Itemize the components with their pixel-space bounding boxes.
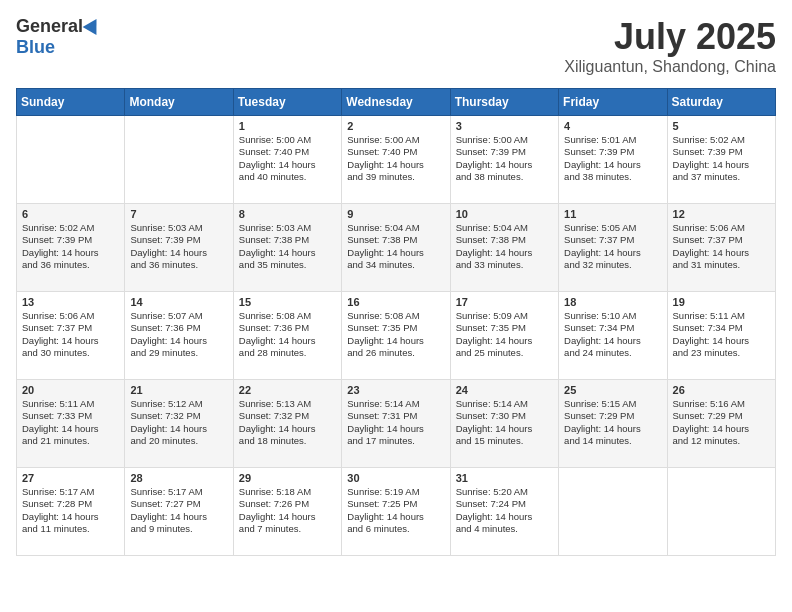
day-info-line: Sunrise: 5:18 AM <box>239 486 336 498</box>
calendar-cell: 6Sunrise: 5:02 AMSunset: 7:39 PMDaylight… <box>17 204 125 292</box>
day-info-line: Sunset: 7:27 PM <box>130 498 227 510</box>
day-number: 26 <box>673 384 770 396</box>
day-info-line: Daylight: 14 hours <box>456 247 553 259</box>
day-info-line: Sunset: 7:35 PM <box>347 322 444 334</box>
day-number: 10 <box>456 208 553 220</box>
day-number: 17 <box>456 296 553 308</box>
calendar-week-5: 27Sunrise: 5:17 AMSunset: 7:28 PMDayligh… <box>17 468 776 556</box>
day-info-line: Daylight: 14 hours <box>673 335 770 347</box>
day-info-line: Daylight: 14 hours <box>456 511 553 523</box>
day-info-line: Sunset: 7:34 PM <box>564 322 661 334</box>
day-info-line: and 4 minutes. <box>456 523 553 535</box>
day-info-line: Sunset: 7:38 PM <box>456 234 553 246</box>
day-info-line: Sunrise: 5:03 AM <box>130 222 227 234</box>
calendar-cell: 2Sunrise: 5:00 AMSunset: 7:40 PMDaylight… <box>342 116 450 204</box>
day-info-line: Sunset: 7:34 PM <box>673 322 770 334</box>
day-number: 19 <box>673 296 770 308</box>
calendar-cell: 10Sunrise: 5:04 AMSunset: 7:38 PMDayligh… <box>450 204 558 292</box>
day-info-line: Sunrise: 5:11 AM <box>22 398 119 410</box>
day-info-line: Daylight: 14 hours <box>673 247 770 259</box>
logo: General Blue <box>16 16 101 58</box>
page-header: General Blue July 2025 Xiliguantun, Shan… <box>16 16 776 76</box>
day-number: 8 <box>239 208 336 220</box>
day-number: 25 <box>564 384 661 396</box>
day-number: 12 <box>673 208 770 220</box>
weekday-header-wednesday: Wednesday <box>342 89 450 116</box>
calendar-cell: 18Sunrise: 5:10 AMSunset: 7:34 PMDayligh… <box>559 292 667 380</box>
day-info-line: and 36 minutes. <box>22 259 119 271</box>
day-info-line: Daylight: 14 hours <box>130 335 227 347</box>
day-info-line: Daylight: 14 hours <box>239 511 336 523</box>
title-area: July 2025 Xiliguantun, Shandong, China <box>564 16 776 76</box>
day-info-line: Sunrise: 5:02 AM <box>673 134 770 146</box>
day-info-line: Sunset: 7:29 PM <box>673 410 770 422</box>
day-info-line: Daylight: 14 hours <box>673 423 770 435</box>
day-info-line: and 34 minutes. <box>347 259 444 271</box>
day-info-line: Daylight: 14 hours <box>673 159 770 171</box>
day-info-line: and 32 minutes. <box>564 259 661 271</box>
day-info-line: and 37 minutes. <box>673 171 770 183</box>
day-info-line: Sunset: 7:37 PM <box>673 234 770 246</box>
day-number: 1 <box>239 120 336 132</box>
calendar-cell: 30Sunrise: 5:19 AMSunset: 7:25 PMDayligh… <box>342 468 450 556</box>
day-info-line: Daylight: 14 hours <box>130 247 227 259</box>
weekday-header-saturday: Saturday <box>667 89 775 116</box>
day-info-line: and 29 minutes. <box>130 347 227 359</box>
day-number: 30 <box>347 472 444 484</box>
day-info-line: Sunset: 7:29 PM <box>564 410 661 422</box>
calendar-cell <box>559 468 667 556</box>
day-info-line: Sunrise: 5:00 AM <box>347 134 444 146</box>
calendar-cell: 7Sunrise: 5:03 AMSunset: 7:39 PMDaylight… <box>125 204 233 292</box>
day-number: 11 <box>564 208 661 220</box>
day-info-line: Sunset: 7:24 PM <box>456 498 553 510</box>
calendar-cell: 9Sunrise: 5:04 AMSunset: 7:38 PMDaylight… <box>342 204 450 292</box>
day-info-line: Sunset: 7:38 PM <box>239 234 336 246</box>
day-info-line: Daylight: 14 hours <box>564 335 661 347</box>
day-info-line: Sunset: 7:32 PM <box>130 410 227 422</box>
calendar-week-4: 20Sunrise: 5:11 AMSunset: 7:33 PMDayligh… <box>17 380 776 468</box>
day-info-line: Sunrise: 5:01 AM <box>564 134 661 146</box>
day-info-line: Sunrise: 5:19 AM <box>347 486 444 498</box>
day-number: 15 <box>239 296 336 308</box>
day-info-line: Sunrise: 5:09 AM <box>456 310 553 322</box>
day-number: 14 <box>130 296 227 308</box>
day-info-line: and 40 minutes. <box>239 171 336 183</box>
day-info-line: Daylight: 14 hours <box>22 511 119 523</box>
day-info-line: Sunrise: 5:02 AM <box>22 222 119 234</box>
day-number: 23 <box>347 384 444 396</box>
day-info-line: Sunrise: 5:14 AM <box>456 398 553 410</box>
calendar-week-2: 6Sunrise: 5:02 AMSunset: 7:39 PMDaylight… <box>17 204 776 292</box>
day-info-line: Sunrise: 5:04 AM <box>347 222 444 234</box>
calendar-cell: 13Sunrise: 5:06 AMSunset: 7:37 PMDayligh… <box>17 292 125 380</box>
day-number: 3 <box>456 120 553 132</box>
calendar-cell: 31Sunrise: 5:20 AMSunset: 7:24 PMDayligh… <box>450 468 558 556</box>
calendar-cell: 14Sunrise: 5:07 AMSunset: 7:36 PMDayligh… <box>125 292 233 380</box>
day-info-line: Sunrise: 5:12 AM <box>130 398 227 410</box>
day-info-line: Sunset: 7:30 PM <box>456 410 553 422</box>
day-info-line: Sunset: 7:39 PM <box>564 146 661 158</box>
weekday-header-friday: Friday <box>559 89 667 116</box>
day-info-line: Daylight: 14 hours <box>347 511 444 523</box>
calendar-cell: 21Sunrise: 5:12 AMSunset: 7:32 PMDayligh… <box>125 380 233 468</box>
day-number: 20 <box>22 384 119 396</box>
day-info-line: Sunset: 7:39 PM <box>456 146 553 158</box>
day-number: 22 <box>239 384 336 396</box>
day-number: 7 <box>130 208 227 220</box>
logo-triangle-icon <box>83 14 104 34</box>
day-info-line: Daylight: 14 hours <box>130 511 227 523</box>
day-info-line: Sunrise: 5:10 AM <box>564 310 661 322</box>
month-title: July 2025 <box>564 16 776 58</box>
day-info-line: and 24 minutes. <box>564 347 661 359</box>
day-info-line: Sunrise: 5:13 AM <box>239 398 336 410</box>
calendar-cell: 15Sunrise: 5:08 AMSunset: 7:36 PMDayligh… <box>233 292 341 380</box>
calendar-week-1: 1Sunrise: 5:00 AMSunset: 7:40 PMDaylight… <box>17 116 776 204</box>
day-info-line: Sunrise: 5:16 AM <box>673 398 770 410</box>
day-number: 5 <box>673 120 770 132</box>
calendar-cell: 19Sunrise: 5:11 AMSunset: 7:34 PMDayligh… <box>667 292 775 380</box>
logo-blue-text: Blue <box>16 37 55 58</box>
day-info-line: Sunset: 7:25 PM <box>347 498 444 510</box>
day-number: 29 <box>239 472 336 484</box>
calendar-cell <box>667 468 775 556</box>
day-info-line: and 23 minutes. <box>673 347 770 359</box>
day-info-line: and 33 minutes. <box>456 259 553 271</box>
